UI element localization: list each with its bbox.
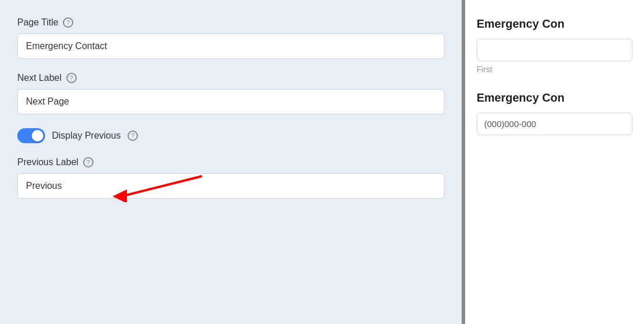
left-panel: Page Title ? Next Label ? Display Previo… [0, 0, 462, 324]
right-section2: Emergency Con [477, 91, 632, 135]
next-label-label-text: Next Label [17, 73, 62, 83]
right-panel: Emergency Con First Emergency Con [462, 0, 644, 324]
display-previous-toggle[interactable] [17, 128, 45, 143]
previous-label-help-icon[interactable]: ? [83, 157, 93, 167]
next-label-field-group: Next Label ? [17, 73, 444, 114]
page-title-input[interactable] [17, 33, 444, 59]
previous-label-label: Previous Label ? [17, 157, 444, 167]
next-label-help-icon[interactable]: ? [66, 73, 77, 83]
page-title-label: Page Title ? [17, 17, 444, 28]
page-title-field-group: Page Title ? [17, 17, 444, 59]
next-label-input[interactable] [17, 89, 444, 114]
right-section1-hint: First [477, 65, 632, 74]
toggle-slider [17, 128, 45, 143]
right-section1-title: Emergency Con [477, 17, 632, 31]
next-label-label: Next Label ? [17, 73, 444, 83]
display-previous-help-icon[interactable]: ? [128, 131, 138, 141]
previous-label-label-text: Previous Label [17, 157, 78, 167]
right-section1: Emergency Con First [477, 17, 632, 74]
previous-label-input[interactable] [17, 173, 444, 199]
previous-label-field-group: Previous Label ? [17, 157, 444, 199]
page-title-help-icon[interactable]: ? [63, 17, 73, 28]
display-previous-toggle-row: Display Previous ? [17, 128, 444, 143]
page-title-label-text: Page Title [17, 17, 58, 28]
display-previous-label-text: Display Previous [52, 131, 121, 141]
right-section1-input[interactable] [477, 39, 632, 61]
right-section2-phone-input[interactable] [477, 113, 632, 135]
right-section2-title: Emergency Con [477, 91, 632, 105]
